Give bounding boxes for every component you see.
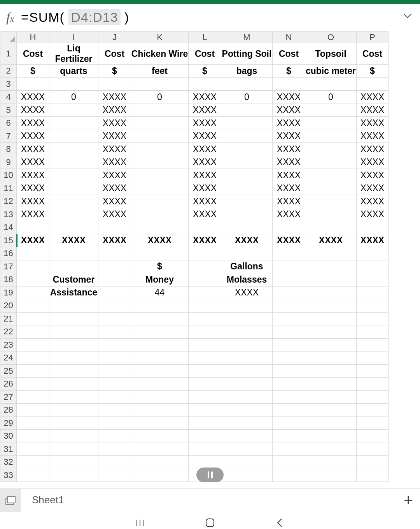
cell-M11[interactable] [221, 182, 273, 195]
cell-O33[interactable] [305, 469, 357, 482]
cell-N23[interactable] [273, 338, 305, 351]
row-header-4[interactable]: 4 [0, 91, 17, 104]
cell-H28[interactable] [17, 404, 49, 417]
cell-H1[interactable]: Cost [17, 43, 49, 65]
cell-N12[interactable]: XXXX [273, 195, 305, 208]
cell-N21[interactable] [273, 312, 305, 325]
cell-N29[interactable] [273, 417, 305, 430]
cell-P27[interactable] [357, 390, 388, 404]
spreadsheet-grid[interactable]: HIJKLMNOP1CostLiq FertilizerCostChicken … [0, 31, 420, 489]
cell-L8[interactable]: XXXX [189, 143, 221, 156]
cell-I23[interactable] [49, 338, 98, 351]
cell-K30[interactable] [131, 430, 189, 443]
cell-P16[interactable] [357, 247, 388, 260]
row-header-13[interactable]: 13 [0, 208, 17, 221]
cell-L22[interactable] [189, 325, 221, 339]
row-header-17[interactable]: 17 [0, 260, 17, 273]
cell-P32[interactable] [357, 456, 388, 469]
cell-I8[interactable] [49, 143, 98, 156]
cell-J28[interactable] [98, 404, 131, 417]
cell-L5[interactable]: XXXX [189, 104, 221, 117]
cell-P22[interactable] [357, 325, 388, 339]
cell-I27[interactable] [49, 390, 98, 404]
cell-J14[interactable] [98, 221, 131, 234]
cell-H7[interactable]: XXXX [17, 130, 49, 143]
row-header-3[interactable]: 3 [0, 77, 17, 91]
cell-H5[interactable]: XXXX [17, 104, 49, 117]
back-icon[interactable] [274, 517, 286, 529]
cell-L13[interactable]: XXXX [189, 208, 221, 221]
cell-N11[interactable]: XXXX [273, 182, 305, 195]
cell-I7[interactable] [49, 130, 98, 143]
cell-I2[interactable]: quarts [49, 65, 98, 78]
cell-J11[interactable]: XXXX [98, 182, 131, 195]
cell-H23[interactable] [17, 338, 49, 351]
row-header-24[interactable]: 24 [0, 351, 17, 365]
cell-N32[interactable] [273, 456, 305, 469]
cell-I6[interactable] [49, 117, 98, 130]
recents-icon[interactable] [134, 517, 146, 529]
cell-I20[interactable] [49, 299, 98, 313]
cell-H17[interactable] [17, 260, 49, 273]
cell-K20[interactable] [131, 299, 189, 313]
cell-P30[interactable] [357, 430, 388, 443]
row-header-1[interactable]: 1 [0, 43, 17, 65]
cell-O5[interactable] [305, 104, 357, 117]
cell-K29[interactable] [131, 417, 189, 430]
cell-K3[interactable] [131, 77, 189, 91]
cell-O19[interactable] [305, 286, 357, 299]
cell-M16[interactable] [221, 247, 273, 260]
cell-I10[interactable] [49, 169, 98, 182]
cell-M9[interactable] [221, 156, 273, 169]
row-header-28[interactable]: 28 [0, 404, 17, 417]
cell-N18[interactable] [273, 273, 305, 286]
cell-I21[interactable] [49, 312, 98, 325]
cell-J18[interactable] [98, 273, 131, 286]
cell-O29[interactable] [305, 417, 357, 430]
cell-K14[interactable] [131, 221, 189, 234]
cell-H26[interactable] [17, 378, 49, 391]
cell-M2[interactable]: bags [221, 65, 273, 78]
cell-N28[interactable] [273, 404, 305, 417]
cell-L10[interactable]: XXXX [189, 169, 221, 182]
row-header-25[interactable]: 25 [0, 364, 17, 378]
column-header-J[interactable]: J [98, 32, 131, 43]
cell-P25[interactable] [357, 364, 388, 378]
cell-H31[interactable] [17, 443, 49, 456]
cell-O1[interactable]: Topsoil [305, 43, 357, 65]
cell-M26[interactable] [221, 378, 273, 391]
cell-N13[interactable]: XXXX [273, 208, 305, 221]
cell-L6[interactable]: XXXX [189, 117, 221, 130]
cell-J13[interactable]: XXXX [98, 208, 131, 221]
cell-L23[interactable] [189, 338, 221, 351]
cell-L4[interactable]: XXXX [189, 91, 221, 104]
column-header-L[interactable]: L [189, 32, 221, 43]
cell-I29[interactable] [49, 417, 98, 430]
cell-K31[interactable] [131, 443, 189, 456]
cell-O20[interactable] [305, 299, 357, 313]
cell-H27[interactable] [17, 390, 49, 404]
cell-M28[interactable] [221, 404, 273, 417]
cell-P24[interactable] [357, 351, 388, 365]
cell-H29[interactable] [17, 417, 49, 430]
row-header-11[interactable]: 11 [0, 182, 17, 195]
cell-P29[interactable] [357, 417, 388, 430]
cell-N31[interactable] [273, 443, 305, 456]
cell-H22[interactable] [17, 325, 49, 339]
cell-K6[interactable] [131, 117, 189, 130]
cell-N2[interactable]: $ [273, 65, 305, 78]
cell-J23[interactable] [98, 338, 131, 351]
cell-H9[interactable]: XXXX [17, 156, 49, 169]
cell-I26[interactable] [49, 378, 98, 391]
cell-K28[interactable] [131, 404, 189, 417]
cell-J27[interactable] [98, 390, 131, 404]
cell-P18[interactable] [357, 273, 388, 286]
cell-L25[interactable] [189, 364, 221, 378]
row-header-6[interactable]: 6 [0, 117, 17, 130]
cell-L11[interactable]: XXXX [189, 182, 221, 195]
cell-J6[interactable]: XXXX [98, 117, 131, 130]
cell-I13[interactable] [49, 208, 98, 221]
cell-O3[interactable] [305, 77, 357, 91]
cell-O4[interactable]: 0 [305, 91, 357, 104]
cell-O30[interactable] [305, 430, 357, 443]
